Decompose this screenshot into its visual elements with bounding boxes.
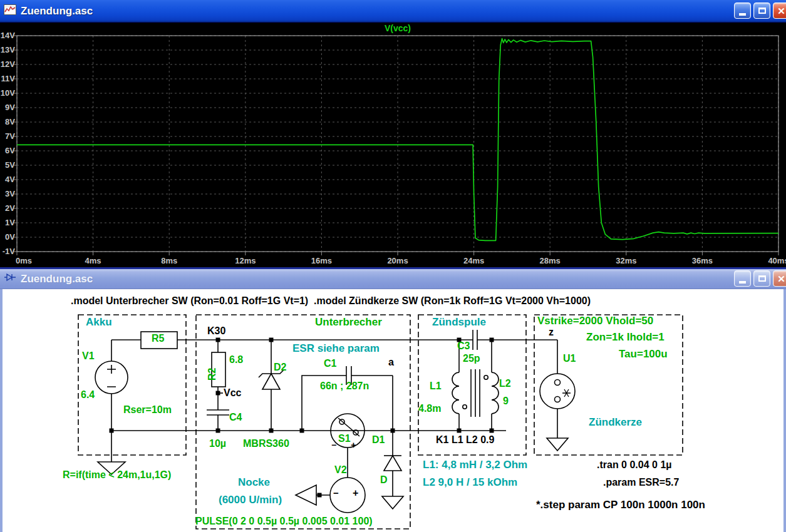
model-directive: .model Unterbrecher SW (Ron=0.01 Roff=1G… bbox=[71, 295, 591, 307]
l1-ref: L1 bbox=[430, 381, 442, 392]
window-title: Zuendung.asc bbox=[21, 273, 93, 285]
unterbrecher-header: Unterbrecher bbox=[315, 317, 382, 329]
l1-value: 4.8m bbox=[418, 403, 441, 414]
z-net: z bbox=[549, 327, 554, 338]
y-tick-label: 5V bbox=[5, 160, 15, 170]
waveform-window-icon[interactable] bbox=[4, 4, 16, 18]
rpm-comment: (6000 U/min) bbox=[219, 494, 282, 506]
zuendkerze-header: Zündkerze bbox=[589, 417, 642, 429]
maximize-button[interactable] bbox=[753, 3, 770, 19]
vstrike-comment: Vstrike=2000 Vhold=50 bbox=[537, 315, 653, 327]
d1-symbol bbox=[384, 456, 401, 471]
x-tick-label: 4ms bbox=[85, 256, 101, 265]
vcc-net: Vcc bbox=[224, 387, 241, 399]
schematic-window-icon[interactable] bbox=[4, 272, 16, 285]
window-border-right bbox=[783, 289, 786, 532]
y-tick-label: 8V bbox=[5, 117, 15, 126]
y-tick-label: 2V bbox=[5, 203, 15, 213]
u1-ref: U1 bbox=[563, 353, 576, 364]
zuendspule-header: Zündspule bbox=[432, 317, 486, 329]
x-tick-label: 32ms bbox=[616, 256, 636, 265]
r-if-param: R=if(time < 24m,1u,1G) bbox=[63, 469, 171, 481]
schematic-drawing bbox=[0, 289, 786, 532]
window-border-left bbox=[0, 289, 3, 532]
trace-vcc[interactable] bbox=[17, 39, 778, 241]
u1-electrode-top bbox=[555, 380, 561, 386]
x-tick-label: 16ms bbox=[311, 256, 332, 265]
ground-left-icon bbox=[296, 485, 316, 505]
schematic-canvas[interactable]: .model Unterbrecher SW (Ron=0.01 Roff=1G… bbox=[0, 289, 786, 532]
r2-ref: R2 bbox=[207, 368, 218, 381]
x-tick-label: 36ms bbox=[692, 256, 713, 265]
y-tick-label: 0V bbox=[5, 232, 15, 242]
esr-comment: ESR siehe param bbox=[292, 343, 380, 355]
schematic-titlebar: Zuendung.asc ✕ bbox=[0, 269, 786, 289]
v2-minus-sign: − bbox=[333, 488, 339, 499]
s1-plus-sign: + bbox=[351, 440, 356, 451]
x-tick-label: 12ms bbox=[235, 256, 256, 265]
v1-ref: V1 bbox=[82, 350, 95, 362]
close-button[interactable]: ✕ bbox=[773, 270, 786, 287]
y-tick-label: 11V bbox=[1, 74, 16, 83]
y-tick-label: 6V bbox=[5, 146, 15, 155]
waveform-plot[interactable]: 0ms4ms8ms12ms16ms20ms24ms28ms32ms36ms40m… bbox=[0, 23, 786, 267]
ground-icon-d1 bbox=[382, 496, 403, 509]
zon-comment: Zon=1k Ihold=1 bbox=[586, 332, 664, 344]
s1-minus-sign: − bbox=[331, 441, 336, 450]
l2-symbol bbox=[492, 372, 499, 414]
waveform-window: Zuendung.asc ✕ 0ms4ms8ms12ms16ms20ms24ms… bbox=[0, 0, 786, 267]
c3-symbol bbox=[473, 330, 477, 350]
trace-label[interactable]: V(vcc) bbox=[385, 23, 411, 33]
s1-ref: S1 bbox=[338, 433, 351, 444]
l1-phase-dot bbox=[463, 405, 467, 409]
v1-polarity-marks bbox=[107, 365, 116, 387]
c4-symbol bbox=[207, 410, 229, 415]
x-tick-label: 40ms bbox=[768, 256, 786, 265]
close-button[interactable]: ✕ bbox=[773, 3, 786, 19]
param-directive: .param ESR=5.7 bbox=[603, 477, 679, 488]
u1-symbol bbox=[540, 374, 575, 409]
nocke-comment: Nocke bbox=[238, 477, 270, 489]
k1-directive: K1 L1 L2 0.9 bbox=[436, 434, 494, 446]
r5-ref: R5 bbox=[152, 333, 164, 344]
transformer-core bbox=[471, 369, 480, 417]
tran-directive: .tran 0 0.04 0 1µ bbox=[597, 459, 672, 471]
x-tick-label: 28ms bbox=[540, 256, 561, 265]
step-directive: *.step param CP 100n 1000n 100n bbox=[536, 499, 705, 511]
c3-ref: C3 bbox=[457, 340, 470, 352]
r2-value: 6.8 bbox=[229, 354, 243, 366]
y-tick-label: 1V bbox=[5, 218, 15, 227]
d2-symbol bbox=[262, 374, 280, 389]
akku-header: Akku bbox=[86, 317, 112, 329]
y-tick-label: 12V bbox=[1, 59, 15, 69]
y-tick-label: 10V bbox=[1, 88, 15, 98]
k30-net: K30 bbox=[207, 325, 225, 337]
y-tick-label: -1V bbox=[3, 247, 16, 256]
d1-ref: D1 bbox=[372, 434, 385, 446]
d1-value: D bbox=[380, 474, 388, 486]
maximize-button[interactable] bbox=[753, 270, 770, 287]
a-net: a bbox=[388, 357, 394, 368]
schematic-window: Zuendung.asc ✕ bbox=[0, 267, 786, 532]
minimize-button[interactable] bbox=[734, 270, 751, 287]
v2-plus-sign: + bbox=[353, 488, 358, 499]
y-tick-label: 7V bbox=[5, 131, 15, 141]
c4-value: 10µ bbox=[209, 438, 226, 449]
l2-comment: L2 9,0 H / 15 kOhm bbox=[423, 477, 517, 489]
window-title: Zuendung.asc bbox=[21, 5, 93, 18]
y-tick-label: 13V bbox=[1, 45, 15, 54]
minimize-button[interactable] bbox=[734, 3, 751, 19]
c1-value: 66n ; 287n bbox=[320, 381, 369, 392]
x-tick-label: 20ms bbox=[387, 256, 408, 265]
ground-icon-u1 bbox=[547, 438, 568, 451]
c1-ref: C1 bbox=[324, 358, 336, 369]
y-tick-label: 4V bbox=[5, 175, 15, 184]
d2-ref: D2 bbox=[274, 362, 286, 373]
tau-comment: Tau=100u bbox=[619, 349, 668, 361]
v1-value: 6.4 bbox=[81, 389, 95, 401]
l2-phase-dot bbox=[484, 376, 488, 379]
x-tick-label: 8ms bbox=[161, 256, 177, 265]
rser-param: Rser=10m bbox=[123, 404, 172, 416]
l1-symbol bbox=[452, 372, 459, 414]
x-tick-label: 24ms bbox=[463, 256, 484, 265]
